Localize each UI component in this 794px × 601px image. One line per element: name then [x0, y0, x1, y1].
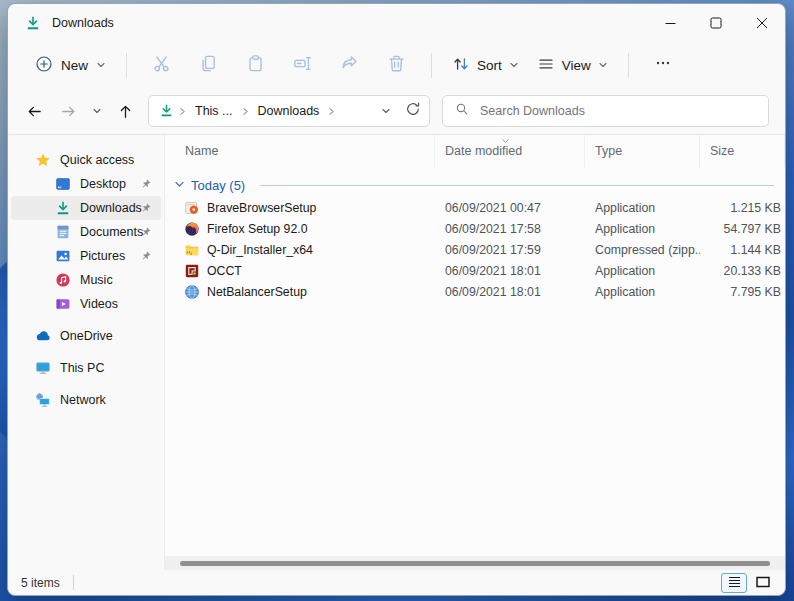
file-size-cell: 20.133 KB: [700, 264, 785, 278]
sort-button[interactable]: Sort: [443, 50, 528, 81]
file-pane: NameDate modifiedTypeSize Today (5) Brav…: [164, 135, 785, 570]
minimize-button[interactable]: [647, 4, 693, 42]
sidebar-item-network[interactable]: Network: [11, 388, 161, 412]
back-button[interactable]: [18, 96, 51, 126]
file-date-cell: 06/09/2021 00:47: [435, 201, 585, 215]
sidebar-item-desktop[interactable]: Desktop: [11, 172, 161, 196]
up-button[interactable]: [109, 96, 142, 126]
cut-button[interactable]: [138, 48, 185, 82]
sidebar-item-this-pc[interactable]: This PC: [11, 356, 161, 380]
sidebar-item-label: Network: [60, 393, 106, 407]
sidebar-item-quick-access[interactable]: Quick access: [11, 148, 161, 172]
star-icon: [35, 152, 51, 168]
file-row-firefox-setup-92-0[interactable]: Firefox Setup 92.006/09/2021 17:58Applic…: [165, 218, 785, 239]
pin-icon: [140, 202, 152, 214]
file-name-cell: OCCT: [165, 263, 435, 279]
share-button[interactable]: [326, 48, 373, 82]
cut-icon: [152, 54, 171, 77]
sidebar-item-videos[interactable]: Videos: [11, 292, 161, 316]
file-name-label: Firefox Setup 92.0: [207, 222, 307, 236]
pin-icon: [140, 250, 152, 262]
sort-direction-icon: [501, 135, 510, 149]
see-more-icon: [654, 54, 672, 76]
titlebar: Downloads: [8, 4, 785, 42]
pin-icon: [140, 178, 152, 190]
close-button[interactable]: [739, 4, 785, 42]
thumbnails-view-button[interactable]: [750, 573, 776, 593]
downloads-icon: [55, 200, 71, 216]
details-view-icon: [728, 574, 741, 592]
file-size-cell: 1.144 KB: [700, 243, 785, 257]
copy-button[interactable]: [185, 48, 232, 82]
sidebar-item-downloads[interactable]: Downloads: [11, 196, 161, 220]
window-title: Downloads: [52, 16, 114, 30]
file-name-cell: NetBalancerSetup: [165, 284, 435, 300]
paste-icon: [246, 54, 265, 77]
column-header-date-modified[interactable]: Date modified: [435, 135, 585, 167]
delete-button[interactable]: [373, 48, 420, 82]
new-button[interactable]: New: [26, 50, 115, 81]
forward-button[interactable]: [52, 96, 85, 126]
column-header-name[interactable]: Name: [165, 135, 435, 167]
sidebar: Quick accessDesktopDownloadsDocumentsPic…: [8, 135, 164, 570]
items-count: 5 items: [21, 576, 60, 590]
file-row-bravebrowsersetup[interactable]: BraveBrowserSetup06/09/2021 00:47Applica…: [165, 197, 785, 218]
sort-icon: [452, 55, 470, 76]
desktop-background: Downloads New Sort: [0, 0, 794, 601]
file-type-cell: Application: [585, 285, 700, 299]
scrollbar-thumb[interactable]: [180, 561, 770, 566]
address-dropdown-button[interactable]: [381, 102, 391, 120]
status-divider: [73, 575, 74, 590]
file-type-cell: Application: [585, 201, 700, 215]
file-date-cell: 06/09/2021 17:59: [435, 243, 585, 257]
onedrive-icon: [35, 328, 51, 344]
sidebar-item-onedrive[interactable]: OneDrive: [11, 324, 161, 348]
maximize-button[interactable]: [693, 4, 739, 42]
column-header-label: Size: [710, 144, 734, 158]
recent-locations-button[interactable]: [86, 96, 108, 126]
file-date-cell: 06/09/2021 18:01: [435, 285, 585, 299]
address-bar[interactable]: This ... Downloads: [148, 95, 430, 127]
sidebar-item-music[interactable]: Music: [11, 268, 161, 292]
collapse-group-icon[interactable]: [174, 176, 185, 194]
file-row-netbalancersetup[interactable]: NetBalancerSetup06/09/2021 18:01Applicat…: [165, 281, 785, 302]
details-view-button[interactable]: [721, 573, 747, 593]
column-header-size[interactable]: Size: [700, 135, 785, 167]
rename-button[interactable]: [279, 48, 326, 82]
chevron-down-icon: [598, 58, 608, 73]
file-name-cell: Firefox Setup 92.0: [165, 221, 435, 237]
toolbar-divider: [431, 53, 432, 78]
file-row-occt[interactable]: OCCT06/09/2021 18:01Application20.133 KB: [165, 260, 785, 281]
sidebar-item-label: Pictures: [80, 249, 125, 263]
sidebar-item-pictures[interactable]: Pictures: [11, 244, 161, 268]
search-input[interactable]: [480, 104, 758, 118]
desktop-icon: [55, 176, 71, 192]
group-header[interactable]: Today (5): [165, 167, 785, 197]
breadcrumb-downloads[interactable]: Downloads: [253, 102, 325, 120]
column-header-label: Type: [595, 144, 622, 158]
this-pc-icon: [35, 360, 51, 376]
sidebar-item-label: Desktop: [80, 177, 126, 191]
view-button[interactable]: View: [528, 50, 617, 81]
see-more-button[interactable]: [640, 48, 687, 82]
horizontal-scrollbar[interactable]: [165, 556, 785, 570]
firefox-icon: [184, 221, 200, 237]
sidebar-item-documents[interactable]: Documents: [11, 220, 161, 244]
refresh-button[interactable]: [405, 101, 421, 121]
column-headers: NameDate modifiedTypeSize: [165, 135, 785, 167]
downloads-icon: [159, 103, 175, 119]
music-icon: [55, 272, 71, 288]
breadcrumb-this-pc[interactable]: This ...: [190, 102, 238, 120]
sidebar-item-label: This PC: [60, 361, 104, 375]
brave-installer-icon: [184, 200, 200, 216]
file-row-q-dir-installer-x64[interactable]: Q-Dir_Installer_x6406/09/2021 17:59Compr…: [165, 239, 785, 260]
file-rows: BraveBrowserSetup06/09/2021 00:47Applica…: [165, 197, 785, 302]
toolbar-divider: [126, 53, 127, 78]
chevron-right-icon: [327, 102, 336, 120]
sidebar-list: Quick accessDesktopDownloadsDocumentsPic…: [8, 148, 164, 412]
sidebar-item-label: Videos: [80, 297, 118, 311]
search-box[interactable]: [442, 95, 769, 127]
column-header-type[interactable]: Type: [585, 135, 700, 167]
file-type-cell: Application: [585, 222, 700, 236]
paste-button[interactable]: [232, 48, 279, 82]
